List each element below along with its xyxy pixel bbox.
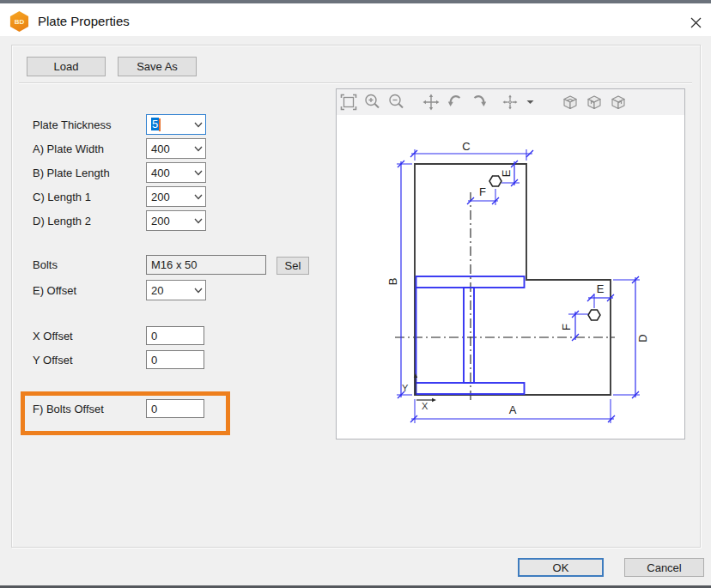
ok-button[interactable]: OK	[518, 558, 604, 577]
label-length-2: D) Length 2	[33, 210, 144, 231]
length-2-value: 200	[147, 215, 191, 227]
zoom-extents-icon[interactable]	[339, 93, 358, 112]
select-bolts-button[interactable]: Sel	[276, 257, 309, 275]
label-plate-thickness: Plate Thickness	[33, 114, 144, 135]
label-bolts-offset: F) Bolts Offset	[33, 399, 144, 418]
label-plate-width: A) Plate Width	[33, 138, 144, 159]
dim-label-a: A	[509, 403, 517, 416]
axis-label-x: X	[422, 401, 428, 411]
dim-label-e-top: E	[500, 169, 513, 177]
dim-label-c: C	[462, 140, 470, 153]
chevron-down-icon[interactable]	[191, 281, 205, 300]
chevron-down-icon[interactable]	[191, 115, 205, 134]
plate-length-combo[interactable]: 400	[146, 162, 206, 183]
preview-panel: C B A D E F E F X Y	[336, 88, 685, 439]
rotate-ccw-icon[interactable]	[446, 93, 465, 112]
length-1-combo[interactable]: 200	[146, 186, 206, 207]
origin-axes	[414, 373, 436, 402]
iso-view-1-icon[interactable]	[561, 93, 580, 112]
dim-label-f-top: F	[479, 185, 486, 198]
y-offset-input[interactable]: 0	[146, 350, 204, 369]
plate-outline	[415, 164, 611, 395]
preview-toolbar	[337, 89, 684, 115]
plate-properties-dialog: BD Plate Properties Load Save As Plate T…	[0, 0, 711, 588]
axis-label-y: Y	[402, 383, 409, 393]
length-2-combo[interactable]: 200	[146, 210, 206, 231]
dim-label-b: B	[386, 278, 399, 286]
dim-label-e-right: E	[597, 282, 605, 295]
dim-label-d: D	[636, 334, 649, 342]
chevron-down-icon[interactable]	[191, 139, 205, 158]
label-x-offset: X Offset	[33, 326, 144, 345]
separator-line	[19, 82, 692, 83]
dim-label-f-right: F	[560, 324, 573, 330]
iso-view-2-icon[interactable]	[585, 93, 604, 112]
centerlines	[395, 192, 615, 402]
plate-thickness-value: 5	[151, 118, 159, 130]
zoom-out-icon[interactable]	[387, 93, 406, 112]
dialog-titlebar[interactable]: BD Plate Properties	[0, 3, 711, 36]
length-1-value: 200	[147, 191, 191, 203]
chevron-down-icon[interactable]	[191, 163, 205, 182]
pan-icon[interactable]	[422, 93, 441, 112]
plate-drawing: C B A D E F E F X Y	[337, 115, 684, 439]
offset-e-combo[interactable]: 20	[146, 280, 206, 300]
iso-view-3-icon[interactable]	[609, 93, 628, 112]
plate-width-combo[interactable]: 400	[146, 138, 206, 159]
cancel-button[interactable]: Cancel	[624, 558, 704, 577]
chevron-down-icon[interactable]	[191, 187, 205, 206]
x-offset-input[interactable]: 0	[146, 326, 204, 345]
label-length-1: C) Length 1	[33, 186, 144, 207]
center-view-icon[interactable]	[501, 93, 520, 112]
dialog-title: Plate Properties	[38, 14, 130, 28]
bolt-right-icon	[588, 310, 600, 320]
label-plate-length: B) Plate Length	[33, 162, 144, 183]
bolts-offset-input[interactable]: 0	[146, 399, 204, 418]
plate-length-value: 400	[147, 167, 191, 179]
plate-width-value: 400	[147, 142, 191, 155]
rotate-cw-icon[interactable]	[470, 93, 489, 112]
save-as-button[interactable]: Save As	[118, 57, 197, 76]
label-y-offset: Y Offset	[33, 350, 144, 369]
chevron-down-icon[interactable]	[191, 211, 205, 230]
close-icon[interactable]	[685, 13, 706, 32]
zoom-in-icon[interactable]	[363, 93, 382, 112]
load-button[interactable]: Load	[27, 57, 106, 76]
text-caret	[159, 118, 161, 131]
app-logo-text: BD	[15, 18, 25, 26]
bolts-field[interactable]: M16 x 50	[146, 255, 266, 275]
plate-thickness-combo[interactable]: 5	[146, 114, 206, 135]
label-offset-e: E) Offset	[33, 280, 144, 300]
offset-e-value: 20	[147, 284, 191, 297]
bolt-hexagons	[489, 176, 600, 320]
view-dropdown-icon[interactable]	[525, 93, 535, 112]
app-logo-icon: BD	[9, 11, 29, 32]
label-bolts: Bolts	[33, 255, 144, 274]
